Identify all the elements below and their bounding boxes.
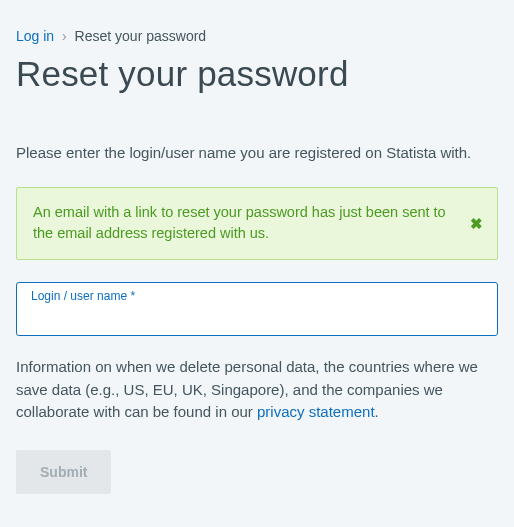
breadcrumb-separator: › <box>58 28 71 44</box>
submit-button[interactable]: Submit <box>16 450 111 494</box>
breadcrumb-login-link[interactable]: Log in <box>16 28 54 44</box>
intro-text: Please enter the login/user name you are… <box>16 142 498 165</box>
success-alert-message: An email with a link to reset your passw… <box>33 204 446 242</box>
privacy-info-prefix: Information on when we delete personal d… <box>16 358 478 420</box>
close-icon[interactable]: ✖ <box>470 216 483 231</box>
breadcrumb-current: Reset your password <box>75 28 207 44</box>
login-input[interactable] <box>31 305 483 325</box>
privacy-info-suffix: . <box>375 403 379 420</box>
login-field-label: Login / user name * <box>31 289 483 303</box>
privacy-info: Information on when we delete personal d… <box>16 356 498 424</box>
success-alert: An email with a link to reset your passw… <box>16 187 498 261</box>
privacy-statement-link[interactable]: privacy statement <box>257 403 375 420</box>
login-field-wrapper[interactable]: Login / user name * <box>16 282 498 336</box>
breadcrumb: Log in › Reset your password <box>16 28 498 44</box>
page-title: Reset your password <box>16 54 498 94</box>
